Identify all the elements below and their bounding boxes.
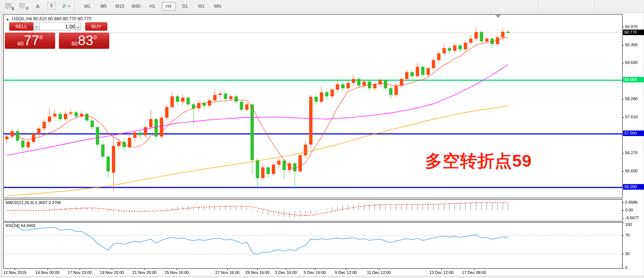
timeframe-button-h4[interactable]: H4: [162, 2, 176, 10]
price-tick-mark: [623, 117, 624, 118]
sell-pips: 77: [24, 33, 39, 48]
price-badge: 55.000: [623, 184, 644, 190]
indicators-icon[interactable]: E: [5, 3, 14, 10]
cycle-arrows-glyph: ⇵: [62, 3, 66, 9]
toolbar-divider: [538, 1, 538, 10]
text-box-icon-letter: T: [50, 4, 53, 9]
date-label: 17 Dec 08:00: [454, 270, 494, 275]
date-tick-mark: [80, 269, 80, 270]
price-tick-label: 58.280: [625, 96, 638, 101]
price-badge: 57.000: [623, 130, 644, 136]
rsi-axis-label: 70: [625, 233, 630, 237]
text-box-icon[interactable]: T: [47, 3, 56, 10]
timeframe-button-d1[interactable]: D1: [178, 2, 192, 10]
chart-annotation-text: 多空转折点59: [425, 150, 532, 173]
indicators-icon-letter: E: [12, 7, 14, 11]
rsi-tick-mark: [623, 235, 624, 236]
buy-big-figure: 60: [71, 40, 78, 47]
sell-pipette: 0: [40, 34, 43, 40]
ohlc-values-label: 60.810 60.880 60.770 60.770: [33, 16, 91, 21]
toolbar-divider: [594, 1, 595, 10]
price-badge: 60.770: [623, 30, 644, 35]
price-tick-label: 55.600: [625, 169, 638, 173]
buy-pipette: 0: [94, 34, 97, 40]
macd-tick-mark: [623, 203, 624, 203]
chart-title: ▲ USOil-,H4 60.810 60.880 60.770 60.770: [6, 16, 91, 21]
window-left-edge: [1, 12, 1, 278]
data-window-icon-glyph: [19, 3, 25, 8]
buy-button[interactable]: BUY: [85, 22, 107, 31]
timeframe-button-group: M1M5M15M30H1H4D1W1MN: [80, 2, 227, 10]
triangle-up-icon: ▲: [6, 17, 9, 21]
cycle-arrows-icon[interactable]: ⇵: [61, 3, 67, 10]
volume-increase-button[interactable]: ▲: [75, 23, 81, 30]
rsi-tick-mark: [623, 254, 624, 254]
date-tick-mark: [379, 269, 379, 270]
sell-price-quote[interactable]: 60 77 0: [5, 33, 55, 49]
trading-terminal-window: E F A T ⇵ ▾ M1M5M15M30H1H4D1W1MN ▲ USOil…: [0, 0, 644, 278]
date-tick-mark: [441, 269, 442, 270]
macd-tick-mark: [623, 210, 624, 211]
timeframe-button-m30[interactable]: M30: [129, 2, 143, 10]
text-label-icon-letter: A: [36, 3, 40, 9]
rsi-axis-label: 30: [625, 251, 630, 256]
date-tick-mark: [474, 269, 474, 270]
price-tick-mark: [623, 27, 624, 27]
buy-pips: 83: [78, 33, 93, 48]
price-badge: 59.000: [623, 77, 644, 82]
price-tick-label: 57.610: [625, 115, 638, 119]
price-tick-mark: [623, 45, 624, 45]
date-tick-mark: [177, 269, 177, 270]
price-tick-label: 60.300: [625, 43, 638, 47]
macd-axis-label: 0.5586: [625, 200, 638, 204]
rsi-label: RSI(14) 64.9402: [6, 223, 36, 228]
timeframe-button-m5[interactable]: M5: [97, 2, 111, 10]
date-tick-mark: [257, 269, 258, 270]
timeframe-button-mn[interactable]: MN: [211, 2, 225, 10]
date-tick-mark: [227, 269, 228, 270]
chart-shift-marker-icon[interactable]: [495, 15, 501, 18]
price-tick-mark: [623, 63, 624, 63]
date-tick-mark: [15, 269, 15, 270]
one-click-trading-panel: SELL ▼ ▲ BUY 60 77 0 60 83 0: [5, 22, 112, 50]
price-tick-mark: [623, 153, 624, 153]
date-tick-mark: [112, 269, 112, 270]
toolbar-separator: [74, 2, 75, 11]
indicators-icon-glyph: [5, 3, 11, 9]
data-window-icon-letter: F: [26, 7, 29, 11]
date-tick-mark: [144, 269, 145, 270]
buy-price-quote[interactable]: 60 83 0: [59, 33, 109, 49]
rsi-tick-mark: [623, 223, 624, 223]
toolbar: E F A T ⇵ ▾ M1M5M15M30H1H4D1W1MN: [0, 0, 644, 13]
chevron-down-icon[interactable]: ▾: [68, 4, 70, 8]
rsi-tick-mark: [623, 268, 624, 268]
price-tick-mark: [623, 99, 624, 99]
rsi-axis-label: 100: [625, 222, 632, 227]
timeframe-button-h1[interactable]: H1: [146, 2, 160, 10]
date-tick-mark: [47, 269, 48, 270]
macd-canvas[interactable]: [4, 200, 622, 221]
date-tick-mark: [286, 269, 286, 270]
macd-tick-mark: [623, 218, 624, 218]
date-tick-mark: [315, 269, 315, 270]
text-label-icon[interactable]: A: [33, 3, 42, 10]
window-right-edge: [643, 12, 643, 278]
rsi-axis-label: 0: [625, 265, 627, 270]
timeframe-button-w1[interactable]: W1: [194, 2, 208, 10]
price-tick-label: 60.970: [625, 24, 638, 29]
volume-input[interactable]: [39, 23, 77, 30]
volume-decrease-button[interactable]: ▼: [33, 23, 40, 30]
trade-controls-row: SELL ▼ ▲ BUY: [5, 22, 112, 31]
symbol-period-label: USOil-,H4: [12, 16, 32, 21]
timeframe-button-m1[interactable]: M1: [80, 2, 94, 10]
timeframe-button-m15[interactable]: M15: [113, 2, 127, 10]
window-left-edge-inner: [2, 12, 3, 278]
price-tick-label: 56.270: [625, 150, 638, 155]
data-window-icon[interactable]: F: [19, 3, 28, 10]
sell-button[interactable]: SELL: [9, 22, 33, 31]
macd-panel[interactable]: MACD(12,26,9) 0.3607 0.3706: [3, 199, 623, 221]
rsi-panel[interactable]: RSI(14) 64.9402: [3, 222, 623, 269]
macd-axis-label: -0.5677: [625, 216, 639, 220]
rsi-canvas[interactable]: [4, 223, 622, 268]
price-tick-label: 59.630: [625, 60, 638, 65]
